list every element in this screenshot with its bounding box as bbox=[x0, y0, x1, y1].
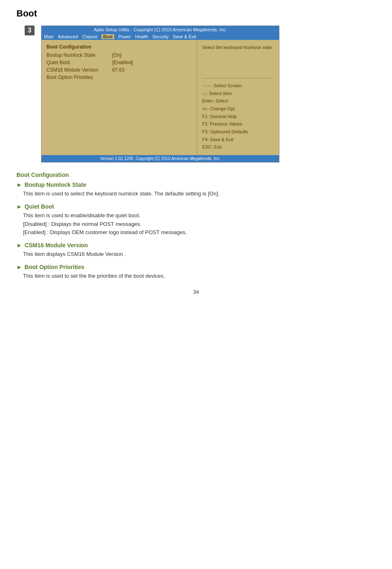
doc-item-bootoptions-text: This item is used to set the the priorit… bbox=[16, 272, 376, 281]
doc-section-title: Boot Configuration bbox=[16, 172, 376, 178]
arrow-icon-quietboot: ► bbox=[16, 203, 22, 210]
bios-menubar: Main Advanced Chipset Boot Power Health … bbox=[42, 33, 279, 40]
bios-label-numlock: Bootup Numlock State bbox=[46, 52, 112, 58]
bios-row-quietboot: Quiet Boot [Enabled] bbox=[46, 60, 192, 65]
bios-row-numlock: Bootup Numlock State [On] bbox=[46, 52, 192, 58]
bios-help-text: Select the keyboard Numlock state bbox=[202, 44, 274, 51]
nav-change-opt: +/-: Change Opt. bbox=[202, 105, 274, 113]
bios-screenshot: Aptio Setup Utility - Copyright (C) 2010… bbox=[41, 26, 279, 163]
menu-item-main[interactable]: Main bbox=[44, 34, 54, 39]
doc-item-quietboot-text2: [Disabled] : Displays the normal POST me… bbox=[16, 220, 376, 229]
doc-item-csm16: ► CSM16 Module Version This item display… bbox=[16, 242, 376, 259]
nav-f4: F4: Save & Exit bbox=[202, 136, 274, 144]
bios-label-csm16: CSM16 Module Version bbox=[46, 67, 112, 73]
bios-left-panel: Boot Configuration Bootup Numlock State … bbox=[42, 40, 197, 155]
doc-item-quietboot: ► Quiet Boot This item is used to enable… bbox=[16, 203, 376, 237]
nav-esc: ESC: Exit bbox=[202, 143, 274, 151]
nav-select-screen: →←: Select Screen bbox=[202, 82, 274, 90]
doc-item-numlock: ► Bootup Numlock State This item is used… bbox=[16, 181, 376, 198]
doc-item-csm16-label: CSM16 Module Version bbox=[25, 242, 88, 249]
doc-item-bootoptions: ► Boot Option Priorities This item is us… bbox=[16, 264, 376, 281]
arrow-icon-numlock: ► bbox=[16, 181, 22, 188]
nav-f1: F1: General Help bbox=[202, 113, 274, 121]
bios-value-quietboot: [Enabled] bbox=[112, 60, 133, 65]
doc-item-csm16-text: This item displays CSM16 Module Version … bbox=[16, 250, 376, 259]
doc-section: Boot Configuration ► Bootup Numlock Stat… bbox=[16, 172, 376, 281]
nav-enter: Enter: Select bbox=[202, 97, 274, 105]
doc-item-quietboot-text1: This item is used to enable/disable the … bbox=[16, 211, 376, 220]
doc-item-csm16-title: ► CSM16 Module Version bbox=[16, 242, 376, 249]
doc-item-quietboot-title: ► Quiet Boot bbox=[16, 203, 376, 210]
bios-titlebar: Aptio Setup Utility - Copyright (C) 2010… bbox=[42, 26, 279, 33]
nav-f2: F2: Previous Values bbox=[202, 120, 274, 128]
bios-value-numlock: [On] bbox=[112, 52, 122, 58]
bios-value-csm16: 07.63 bbox=[112, 67, 125, 73]
doc-item-quietboot-text3: [Enabled] : Displays OEM customer logo i… bbox=[16, 228, 376, 237]
bios-help-divider bbox=[202, 78, 274, 79]
arrow-icon-csm16: ► bbox=[16, 242, 22, 249]
doc-item-bootoptions-label: Boot Option Priorities bbox=[25, 264, 84, 270]
doc-item-quietboot-label: Quiet Boot bbox=[25, 203, 54, 210]
nav-f3: F3: Optimized Defaults bbox=[202, 128, 274, 136]
sidebar-number: 3 bbox=[25, 26, 35, 35]
nav-select-item: ↑↓: Select Item bbox=[202, 90, 274, 98]
bios-right-panel: Select the keyboard Numlock state →←: Se… bbox=[197, 40, 279, 155]
doc-item-numlock-label: Bootup Numlock State bbox=[25, 181, 86, 188]
menu-item-chipset[interactable]: Chipset bbox=[82, 34, 97, 39]
bios-label-quietboot: Quiet Boot bbox=[46, 60, 112, 65]
bios-section-title: Boot Configuration bbox=[46, 44, 192, 50]
bios-body: Boot Configuration Bootup Numlock State … bbox=[42, 40, 279, 155]
page-number: 34 bbox=[16, 289, 376, 295]
menu-item-boot[interactable]: Boot bbox=[101, 34, 114, 39]
bios-footer: Version 2.02.1205. Copyright (C) 2010 Am… bbox=[42, 155, 279, 162]
page-title: Boot bbox=[16, 8, 376, 19]
menu-item-power[interactable]: Power bbox=[118, 34, 131, 39]
bios-label-bootoptions: Boot Option Priorities bbox=[46, 74, 192, 80]
doc-item-numlock-title: ► Bootup Numlock State bbox=[16, 181, 376, 188]
doc-item-numlock-text: This item is used to select the keyboard… bbox=[16, 190, 376, 198]
bios-row-csm16: CSM16 Module Version 07.63 bbox=[46, 67, 192, 73]
bios-help-nav: →←: Select Screen ↑↓: Select Item Enter:… bbox=[202, 82, 274, 151]
menu-item-save-exit[interactable]: Save & Exit bbox=[173, 34, 196, 39]
menu-item-health[interactable]: Health bbox=[135, 34, 148, 39]
menu-item-security[interactable]: Security bbox=[152, 34, 169, 39]
arrow-icon-bootoptions: ► bbox=[16, 264, 22, 270]
doc-item-bootoptions-title: ► Boot Option Priorities bbox=[16, 264, 376, 270]
menu-item-advanced[interactable]: Advanced bbox=[58, 34, 78, 39]
